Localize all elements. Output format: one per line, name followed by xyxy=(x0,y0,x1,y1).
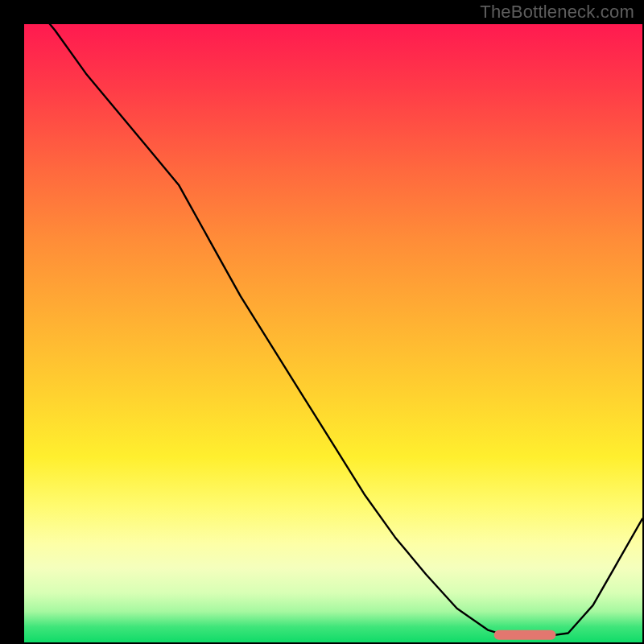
plot-area xyxy=(24,24,642,642)
chart-root: TheBottleneck.com xyxy=(0,0,644,644)
chart-svg xyxy=(24,24,642,642)
optimal-range-marker xyxy=(494,630,556,640)
watermark-text: TheBottleneck.com xyxy=(480,2,634,23)
bottleneck-curve xyxy=(24,24,642,638)
